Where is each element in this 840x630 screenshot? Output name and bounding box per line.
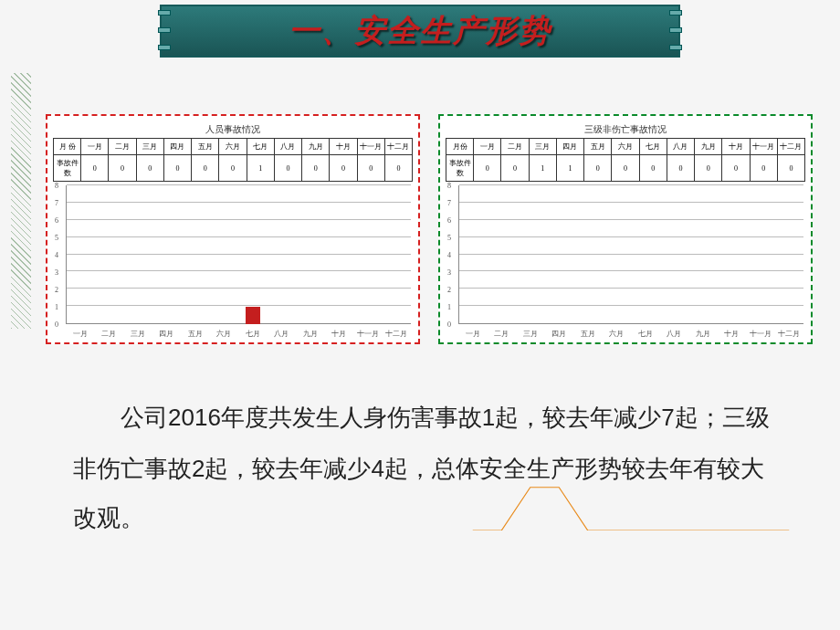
text-num: 2 [192, 455, 205, 482]
x-axis: 一月二月三月四月五月六月七月八月九月十月十一月十二月 [458, 329, 803, 339]
chart-data-table: 月份 一月 二月 三月 四月 五月 六月 七月 八月 九月 十月 十一月 十二月… [446, 138, 805, 182]
chart-plot-area: 012345678 一月二月三月四月五月六月七月八月九月十月十一月十二月 [62, 185, 411, 341]
row-label-header: 月 份 [54, 139, 81, 155]
chart-level3: 三级非伤亡事故情况 月份 一月 二月 三月 四月 五月 六月 七月 八月 九月 … [438, 114, 813, 344]
text-num: 1 [482, 404, 495, 431]
text-num: 4 [371, 455, 383, 482]
table-row-header: 月 份 一月 二月 三月 四月 五月 六月 七月 八月 九月 十月 十一月 十二… [54, 139, 413, 155]
body-paragraph: 公司2016年度共发生人身伤害事故1起，较去年减少7起；三级非伤亡事故2起，较去… [73, 393, 785, 544]
chart-title: 三级非伤亡事故情况 [446, 121, 805, 138]
table-row-values: 事故件数 0 0 0 0 0 0 1 0 0 0 0 0 [54, 155, 413, 182]
chart-data-table: 月 份 一月 二月 三月 四月 五月 六月 七月 八月 九月 十月 十一月 十二… [53, 138, 413, 182]
row-label-header: 月份 [446, 139, 474, 155]
chart-plot-area: 012345678 一月二月三月四月五月六月七月八月九月十月十一月十二月 [455, 185, 803, 341]
page-title: 一、安全生产形势 [289, 10, 551, 52]
text: 起，较去年减少 [495, 404, 661, 431]
text-num: 7 [661, 404, 674, 431]
charts-row: 人员事故情况 月 份 一月 二月 三月 四月 五月 六月 七月 八月 九月 十月… [46, 114, 813, 344]
chart-title: 人员事故情况 [53, 121, 413, 138]
text-year: 2016 [168, 404, 221, 431]
bar-series [66, 185, 411, 324]
text: 公司 [121, 404, 168, 431]
table-row-header: 月份 一月 二月 三月 四月 五月 六月 七月 八月 九月 十月 十一月 十二月 [446, 139, 805, 155]
row-value-header: 事故件数 [54, 155, 81, 182]
side-decoration [11, 73, 31, 329]
y-axis: 012345678 [55, 185, 64, 324]
text: 年度共发生人身伤害事故 [221, 404, 482, 431]
row-value-header: 事故件数 [446, 155, 474, 182]
header-banner: 一、安全生产形势 [160, 5, 680, 58]
x-axis: 一月二月三月四月五月六月七月八月九月十月十一月十二月 [66, 329, 411, 339]
chart-personnel: 人员事故情况 月 份 一月 二月 三月 四月 五月 六月 七月 八月 九月 十月… [46, 114, 420, 344]
table-row-values: 事故件数 0 0 1 1 0 0 0 0 0 0 0 0 [446, 155, 805, 182]
text: 起，较去年减少 [205, 456, 371, 482]
y-axis: 012345678 [447, 185, 457, 324]
